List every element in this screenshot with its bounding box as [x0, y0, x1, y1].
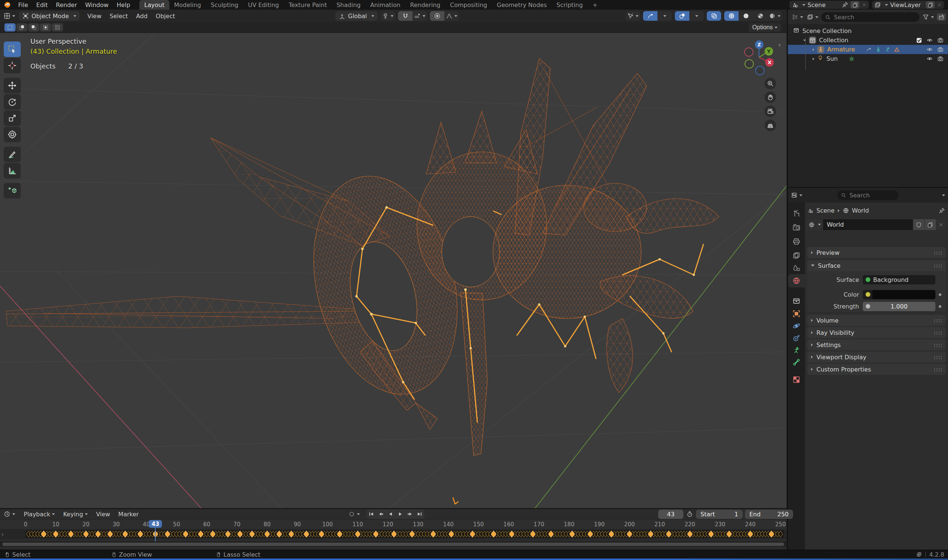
panel-settings[interactable]: Settings	[807, 339, 946, 350]
zoom-button[interactable]	[765, 78, 776, 89]
next-keyframe-button[interactable]	[405, 510, 415, 519]
playhead[interactable]	[155, 527, 156, 542]
auto-keying-toggle[interactable]	[348, 511, 361, 517]
select-invert-button[interactable]	[40, 23, 51, 31]
insect-wireframe[interactable]	[6, 58, 719, 455]
play-button[interactable]	[395, 510, 405, 519]
proportional-toggle[interactable]	[430, 11, 444, 21]
tab-scripting[interactable]: Scripting	[552, 0, 587, 10]
end-frame-field[interactable]: End250	[745, 510, 793, 519]
xray-toggle[interactable]	[707, 11, 721, 21]
tool-add-cube-button[interactable]	[4, 183, 21, 198]
expand-chevron-icon[interactable]	[813, 48, 815, 51]
view-layer-copy-button[interactable]	[926, 1, 935, 9]
play-reverse-button[interactable]	[386, 510, 395, 519]
tool-scale-button[interactable]	[4, 110, 21, 126]
select-set-button[interactable]	[5, 23, 15, 31]
surface-value[interactable]: Background	[863, 275, 936, 285]
tool-move-button[interactable]	[4, 78, 21, 93]
outliner-search-input[interactable]	[833, 13, 916, 21]
axis-x-button[interactable]: X	[765, 58, 774, 67]
outliner-search[interactable]	[821, 12, 919, 22]
select-extend-button[interactable]	[16, 23, 28, 31]
scene-close-icon[interactable]	[862, 2, 867, 8]
gizmos-toggle[interactable]	[643, 11, 657, 21]
axis-z-negative-button[interactable]	[755, 66, 765, 75]
outliner-row-sun[interactable]: Sun	[788, 54, 948, 63]
properties-tab-tool[interactable]	[788, 207, 805, 220]
new-collection-button[interactable]	[937, 13, 946, 21]
panel-drag-dots[interactable]	[933, 264, 942, 268]
timeline-scrollbar[interactable]	[0, 542, 786, 547]
pin-icon[interactable]	[842, 2, 848, 8]
world-name-field[interactable]: World	[823, 219, 913, 230]
tool-annotate-button[interactable]	[4, 147, 21, 162]
panel-drag-dots[interactable]	[933, 368, 942, 371]
strength-value[interactable]: 1.000	[863, 302, 936, 311]
axis-y-button[interactable]: Y	[765, 47, 773, 55]
visibility-dropdown[interactable]	[626, 11, 640, 21]
animate-property-dot[interactable]	[939, 305, 941, 308]
select-subtract-button[interactable]	[28, 23, 39, 31]
properties-tab-world[interactable]	[788, 274, 805, 288]
scene-selector[interactable]: Scene	[789, 1, 869, 9]
eye-toggle[interactable]	[926, 46, 933, 52]
properties-tab-constraints[interactable]	[788, 331, 805, 345]
properties-tab-view-layer[interactable]	[788, 249, 805, 262]
use-preview-range-button[interactable]	[686, 511, 694, 517]
tab-rendering[interactable]: Rendering	[405, 0, 445, 10]
panel-volume[interactable]: Volume	[807, 315, 946, 326]
outliner-row-collection[interactable]: Collection	[788, 35, 948, 45]
timeline-menu-view[interactable]: View	[92, 509, 114, 519]
navigation-gizmo[interactable]: Z Y X	[738, 34, 783, 78]
viewport-3d[interactable]: Object Mode ViewSelectAddObject Global	[0, 10, 786, 508]
tab-shading[interactable]: Shading	[332, 0, 365, 10]
world-browse-button[interactable]	[806, 219, 823, 230]
menu-help[interactable]: Help	[113, 0, 134, 10]
tab-sculpting[interactable]: Sculpting	[206, 0, 243, 10]
tool-measure-button[interactable]	[4, 163, 21, 178]
prev-keyframe-button[interactable]	[376, 510, 386, 519]
properties-tab-object-data[interactable]	[788, 344, 805, 357]
properties-search-input[interactable]	[849, 191, 883, 199]
viewport-menu-view[interactable]: View	[83, 11, 106, 21]
camera-toggle[interactable]	[937, 55, 943, 62]
shading-rendered-toggle[interactable]	[768, 11, 782, 21]
add-workspace-button[interactable]: +	[588, 0, 602, 10]
camera-view-button[interactable]	[765, 106, 776, 117]
viewport-menu-add[interactable]: Add	[132, 11, 151, 21]
viewport-3d-scene[interactable]: .pd{fill:url(#pd);stroke:#dd7026;stroke-…	[0, 32, 786, 508]
orientation-selector[interactable]: Global	[335, 11, 378, 21]
duplicate-button[interactable]	[924, 219, 936, 230]
tab-compositing[interactable]: Compositing	[445, 0, 492, 10]
viewport-menu-select[interactable]: Select	[106, 11, 132, 21]
breadcrumb-scene[interactable]: Scene	[817, 207, 835, 214]
breadcrumb-world[interactable]: World	[852, 207, 869, 214]
tool-select-box-button[interactable]	[4, 42, 21, 57]
properties-tab-render[interactable]	[788, 221, 805, 234]
overlays-toggle[interactable]	[675, 11, 689, 21]
outliner-display-mode-button[interactable]	[791, 14, 804, 20]
fake-user-button[interactable]	[913, 219, 924, 230]
view-layer-selector[interactable]: ViewLayer	[872, 1, 944, 9]
outliner-row-armature[interactable]: Armature	[788, 45, 948, 54]
scene-copy-button[interactable]	[851, 1, 859, 9]
keyframe-band[interactable]	[0, 529, 786, 539]
outliner-filter-mode-button[interactable]	[806, 14, 819, 20]
properties-tab-scene[interactable]	[788, 262, 805, 275]
tool-cursor-button[interactable]	[4, 58, 21, 73]
options-button[interactable]: Options	[749, 23, 781, 32]
panel-drag-dots[interactable]	[933, 355, 942, 359]
shading-material-toggle[interactable]	[753, 11, 768, 21]
properties-tab-physics[interactable]	[788, 319, 805, 332]
collection-checkbox[interactable]	[916, 37, 922, 43]
eye-toggle[interactable]	[926, 55, 933, 62]
tab-animation[interactable]: Animation	[365, 0, 405, 10]
mode-selector[interactable]: Object Mode	[19, 11, 80, 21]
menu-window[interactable]: Window	[81, 0, 113, 10]
eye-toggle[interactable]	[926, 37, 933, 43]
properties-tab-texture[interactable]	[788, 373, 805, 386]
blender-logo-icon[interactable]	[4, 1, 11, 9]
axis-x-negative-button[interactable]	[744, 48, 754, 57]
sidebar-collapse-arrow[interactable]: ‹	[778, 41, 781, 49]
